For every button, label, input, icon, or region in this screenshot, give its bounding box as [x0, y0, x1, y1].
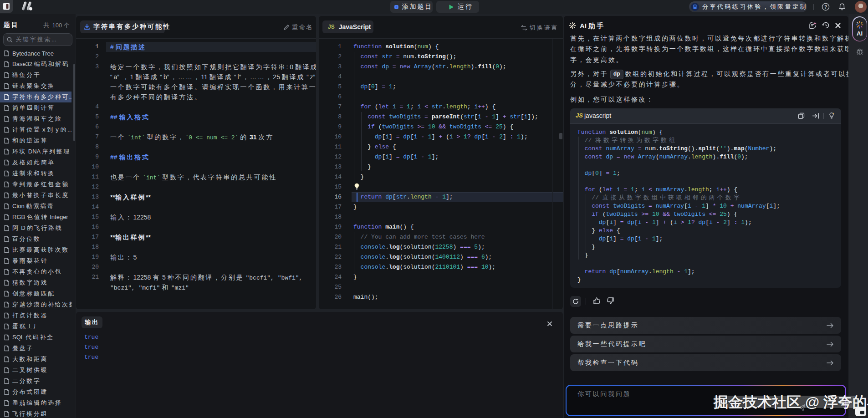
svg-text:?: ? [824, 5, 827, 10]
